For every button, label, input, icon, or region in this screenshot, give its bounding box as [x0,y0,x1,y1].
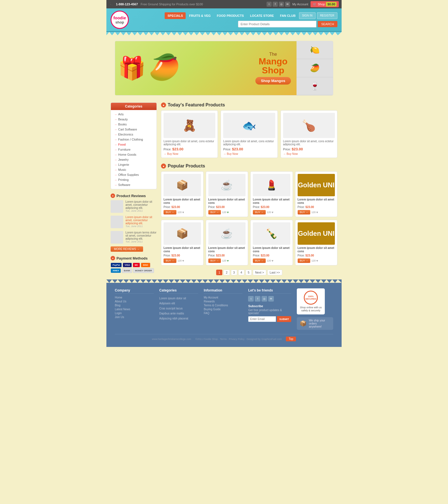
discover-icon: DISC [141,263,150,267]
sign-in-button[interactable]: SIGN IN [299,12,316,19]
footer-facebook[interactable]: f [255,296,260,302]
popular-likes-8: 120 ♥ [311,259,318,262]
cat-music[interactable]: →Music [113,167,154,172]
heart-icon-8: ♥ [316,259,318,262]
popular-buy-8[interactable]: BUY → [298,258,311,263]
cat-furniture[interactable]: →Furniture [113,147,154,152]
popular-buy-7[interactable]: BUY → [253,258,266,263]
logo-line1: foodie [113,15,126,20]
rss-icon[interactable]: ◎ [279,2,284,7]
footer-about[interactable]: About Us [115,300,154,303]
footer: Company Home About Us Blog Latest News L… [106,283,342,347]
submit-button[interactable]: SUBMIT [277,316,291,322]
popular-likes-4: 120 ♥ [311,211,318,214]
cat-food[interactable]: →Food [113,142,154,147]
popular-price-5: Price: $23.00 [164,254,201,257]
popular-buy-2[interactable]: BUY → [208,210,221,214]
footer-my-account[interactable]: My Account [204,296,243,299]
popular-price-2: Price: $23.00 [208,206,246,209]
footer-terms[interactable]: Terms & Conditions [204,304,243,307]
footer-categories-title: Categories [159,288,198,294]
cat-office-supplies[interactable]: →Office Supplies [113,172,154,177]
page-2[interactable]: 2 [223,270,230,275]
popular-likes-6: 120 ♥ [222,259,229,262]
page-next[interactable]: Next > [253,270,266,275]
zigzag-divider [106,32,342,35]
popular-price-8: Price: $23.00 [298,254,335,257]
nav-fruits[interactable]: FRUITS & VEG [186,12,213,19]
footer-twitter[interactable]: t [248,296,254,302]
top-button[interactable]: Top [286,337,296,341]
footer-faq[interactable]: FAQ [204,312,243,315]
popular-buy-1[interactable]: BUY → [164,210,176,214]
more-reviews-button[interactable]: MORE REVIEWS → [111,246,143,252]
popular-img-2: ☕ [208,174,246,196]
page-3[interactable]: 3 [231,270,237,275]
popular-buy-3[interactable]: BUY → [253,210,266,214]
cat-cart-software[interactable]: →Cart Software [113,127,154,132]
popular-buy-5[interactable]: BUY → [164,258,176,263]
footer-home[interactable]: Home [115,296,154,299]
popular-buy-6[interactable]: BUY → [208,258,221,263]
footer-rewards[interactable]: Rewards [204,300,243,303]
cat-printing[interactable]: →Printing [113,177,154,182]
footer-email[interactable]: ✉ [268,296,274,302]
cat-jewelry[interactable]: →Jewelry [113,157,154,162]
popular-actions-7: BUY → 120 ♥ [253,258,290,263]
cat-software[interactable]: →Software [113,182,154,187]
page-4[interactable]: 4 [238,270,244,275]
footer-blog[interactable]: Blog [115,304,154,307]
review-date-1: Tue, June 2011 [125,209,157,212]
copyright: ©2011 Foodie Shop · Terms · Privacy Poli… [195,338,282,340]
review-link-2[interactable]: Lorem ipsum dolor sit amet, consectetur … [125,216,157,225]
cat-lingerie[interactable]: →Lingerie [113,162,154,167]
featured-desc-2: Lorem ipsum dolor sit amet, cons ectetur… [223,140,275,146]
email-icon[interactable]: ✉ [285,2,290,7]
featured-buy-1[interactable]: → Buy Now [164,152,215,155]
footer-email-input[interactable] [248,316,276,322]
popular-buy-4[interactable]: BUY → [298,210,311,214]
footer-right: 100%SECURED Shop online with us safely &… [297,288,333,330]
register-button[interactable]: REGISTER [317,12,337,19]
featured-img-2: 🐟 [223,113,275,138]
page-5[interactable]: 5 [246,270,252,275]
footer-login[interactable]: Login [115,312,154,315]
popular-likes-2: 120 ♥ [222,211,229,214]
page-last[interactable]: Last >> [267,270,282,275]
cat-beauty[interactable]: →Beauty [113,117,154,122]
popular-header: ● Popular Products [161,164,337,169]
cat-home-goods[interactable]: →Home Goods [113,152,154,157]
cat-fashion[interactable]: →Fashion / Clothing [113,137,154,142]
nav-food[interactable]: FOOD PRODUCTS [214,12,247,19]
popular-product-8: Golden UNI Lorem ipsum dolor sit amet co… [295,220,338,265]
cart-button[interactable]: 🛒 Shop $0.00 [311,1,339,7]
cat-arts[interactable]: →Arts [113,112,154,117]
nav-specials[interactable]: SPECIALS [165,12,186,19]
footer-buying[interactable]: Buying Guide [204,308,243,311]
featured-buy-2[interactable]: → Buy Now [223,152,275,155]
nav-locate[interactable]: LOCATE STORE [247,12,277,19]
footer-join[interactable]: Join Us [115,316,154,319]
shipping-text: Free Ground Shipping for Products over $… [141,3,203,6]
nav-area: SPECIALS FRUITS & VEG FOOD PRODUCTS LOCA… [165,12,337,27]
featured-dot: ● [161,102,166,108]
logo-line2: shop [115,20,124,24]
nav-fan[interactable]: FAN CLUB [277,12,298,19]
search-button[interactable]: SEARCH [318,21,337,27]
featured-buy-3[interactable]: → Buy Now [283,152,335,155]
cat-electronics[interactable]: →Electronics [113,132,154,137]
account-link[interactable]: My Account [292,3,308,6]
footer-cat-text: Lorem ipsum dolor sitAdipisein elitCras … [159,296,198,321]
shop-mangos-button[interactable]: Shop Mangos [255,77,291,85]
footer-rss[interactable]: ◎ [262,296,267,302]
logo[interactable]: foodie shop [111,11,129,29]
search-input[interactable] [238,21,316,27]
footer-news[interactable]: Latest News [115,308,154,311]
cat-books[interactable]: →Books [113,122,154,127]
featured-desc-1: Lorem ipsum dolor sit amet, cons ectetur… [164,140,215,146]
review-date-3: Tue, June 2011 [125,240,157,243]
twitter-icon[interactable]: t [267,2,272,7]
facebook-icon[interactable]: f [273,2,278,7]
popular-name-6: Lorem ipsum dolor sit amet cons [208,246,246,253]
page-1[interactable]: 1 [216,270,222,275]
